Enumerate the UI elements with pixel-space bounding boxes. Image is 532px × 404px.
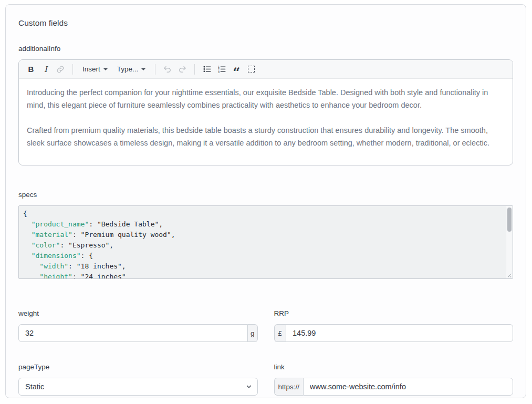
additional-info-label: additionalInfo [18,44,513,54]
weight-label: weight [18,308,258,319]
field-page-type: pageType Static [18,362,258,396]
code-line: "height": "24 inches" [23,272,502,279]
link-protocol-prefix: https:// [274,378,304,396]
specs-code-editor[interactable]: { "product_name": "Bedside Table", "mate… [18,205,513,279]
page-type-label: pageType [18,362,258,372]
container-block-button[interactable] [244,63,258,76]
rte-paragraph: Introducing the perfect companion for yo… [27,86,505,111]
link-input-group: https:// [274,378,514,396]
link-icon [56,65,65,74]
type-dropdown-label: Type... [117,65,139,73]
code-line: "material": "Premium quality wood", [23,230,502,240]
undo-button[interactable] [161,63,174,76]
svg-text:3: 3 [218,70,220,74]
code-line: "width": "18 inches", [23,261,502,272]
specs-code: { "product_name": "Bedside Table", "mate… [19,206,513,279]
blockquote-button[interactable]: “ [230,63,243,76]
bold-button[interactable]: B [24,63,38,76]
dashed-square-icon [248,66,255,72]
page-type-select[interactable]: Static [18,378,258,396]
bullet-list-button[interactable] [200,63,214,76]
code-line: "product_name": "Bedside Table", [23,219,502,230]
toolbar-divider [155,64,155,75]
weight-input-group: g [18,324,258,342]
link-button[interactable] [54,63,67,76]
page-type-select-wrap: Static [18,378,258,396]
bullet-list-icon [203,65,212,74]
numbered-list-button[interactable]: 1 2 3 [215,63,228,76]
redo-button[interactable] [175,63,189,76]
insert-dropdown[interactable]: Insert [78,63,112,76]
specs-label: specs [18,190,513,200]
weight-input[interactable] [18,324,248,342]
card-title: Custom fields [18,17,513,29]
toolbar-divider [72,64,73,75]
weight-unit-suffix: g [248,324,258,342]
link-label: link [274,362,514,372]
field-additional-info: additionalInfo B I Insert [18,44,513,165]
toolbar-divider [194,64,195,75]
numbered-list-icon: 1 2 3 [217,65,226,74]
italic-button[interactable]: I [39,63,53,76]
undo-icon [163,65,172,74]
chevron-down-icon [103,68,108,70]
code-line: { [23,209,502,219]
type-dropdown[interactable]: Type... [113,63,150,76]
chevron-down-icon [141,68,145,70]
rte-paragraph: Crafted from premium quality materials, … [27,124,505,149]
specs-scrollbar[interactable] [506,206,513,278]
fields-grid: weight g RRP £ pageType Static [18,308,513,396]
field-weight: weight g [18,308,258,342]
rrp-input-group: £ [274,324,514,342]
insert-dropdown-label: Insert [82,65,100,73]
rrp-label: RRP [274,308,514,319]
redo-icon [178,65,187,74]
link-input[interactable] [303,378,513,396]
field-rrp: RRP £ [274,308,514,342]
field-specs: specs { "product_name": "Bedside Table",… [18,190,513,279]
specs-scrollbar-thumb[interactable] [507,208,512,232]
specs-resize-handle[interactable] [506,272,512,278]
code-line: "color": "Espresso", [23,240,502,251]
custom-fields-card: Custom fields additionalInfo B I Inse [5,4,526,398]
rich-text-editor: B I Insert Type... [18,59,513,165]
blockquote-icon: “ [233,70,240,75]
rte-toolbar: B I Insert Type... [19,60,513,79]
code-line: "dimensions": { [23,251,502,261]
field-link: link https:// [274,362,514,396]
rte-content[interactable]: Introducing the perfect companion for yo… [19,79,513,165]
rrp-currency-prefix: £ [274,324,286,342]
rrp-input[interactable] [286,324,513,342]
